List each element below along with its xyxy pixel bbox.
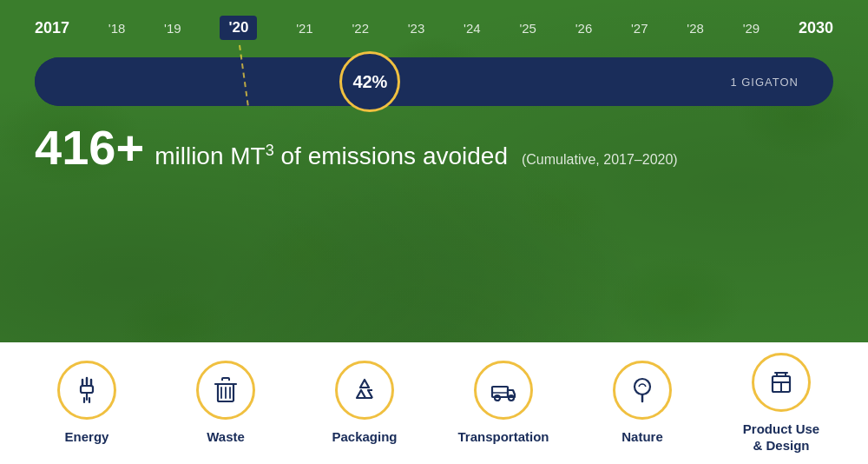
progress-percentage: 42% <box>352 72 387 92</box>
year-19: '19 <box>164 21 181 36</box>
stats-unit: million MT3 of emissions avoided <box>155 143 508 169</box>
truck-icon <box>489 375 518 405</box>
year-2017: 2017 <box>35 19 69 37</box>
year-29: '29 <box>743 21 760 36</box>
nature-label: Nature <box>621 428 663 446</box>
year-27: '27 <box>631 21 648 36</box>
icon-packaging: Packaging <box>295 361 434 446</box>
stats-section: 416+ million MT3 of emissions avoided (C… <box>0 106 868 181</box>
icon-energy: Energy <box>17 361 156 446</box>
year-20: '20 <box>220 16 257 40</box>
plug-icon <box>72 375 102 405</box>
packaging-label: Packaging <box>332 428 397 446</box>
stats-note: (Cumulative, 2017–2020) <box>522 152 678 168</box>
product-use-label: Product Use& Design <box>743 421 819 454</box>
svg-point-10 <box>635 379 650 394</box>
year-18: '18 <box>108 21 126 36</box>
year-22: '22 <box>352 21 369 36</box>
year-28: '28 <box>687 21 704 36</box>
transportation-label: Transportation <box>457 428 549 446</box>
energy-icon-circle <box>57 361 116 420</box>
recycle-icon <box>350 375 379 405</box>
year-26: '26 <box>575 21 593 36</box>
gigaton-label: 1 GIGATON <box>730 76 799 89</box>
year-24: '24 <box>464 21 481 36</box>
energy-label: Energy <box>65 428 109 446</box>
icon-nature: Nature <box>573 361 712 446</box>
icon-transportation: Transportation <box>434 361 573 446</box>
icon-product-use: Product Use& Design <box>712 353 851 454</box>
svg-rect-6 <box>492 387 508 397</box>
icon-waste: Waste <box>156 361 295 446</box>
tree-icon <box>628 375 657 405</box>
progress-section: 42% 1 GIGATON <box>0 50 868 106</box>
progress-bar: 42% 1 GIGATON <box>35 57 833 106</box>
waste-label: Waste <box>207 428 245 446</box>
waste-icon-circle <box>196 361 255 420</box>
timeline: 2017 '18 '19 '20 '21 '22 '23 '24 '25 '26… <box>0 0 868 50</box>
trash-icon <box>211 375 240 405</box>
progress-fill <box>35 57 370 106</box>
dotted-connector <box>239 45 240 106</box>
box-icon <box>766 368 796 397</box>
stats-number: 416+ <box>35 123 144 172</box>
year-25: '25 <box>519 21 536 36</box>
year-2030: 2030 <box>799 19 833 37</box>
packaging-icon-circle <box>335 361 394 420</box>
product-use-icon-circle <box>752 353 811 412</box>
progress-badge: 42% <box>339 51 400 112</box>
nature-icon-circle <box>613 361 672 420</box>
transportation-icon-circle <box>474 361 533 420</box>
year-21: '21 <box>296 21 313 36</box>
year-23: '23 <box>408 21 425 36</box>
icons-section: Energy Waste Packaging <box>0 342 868 464</box>
